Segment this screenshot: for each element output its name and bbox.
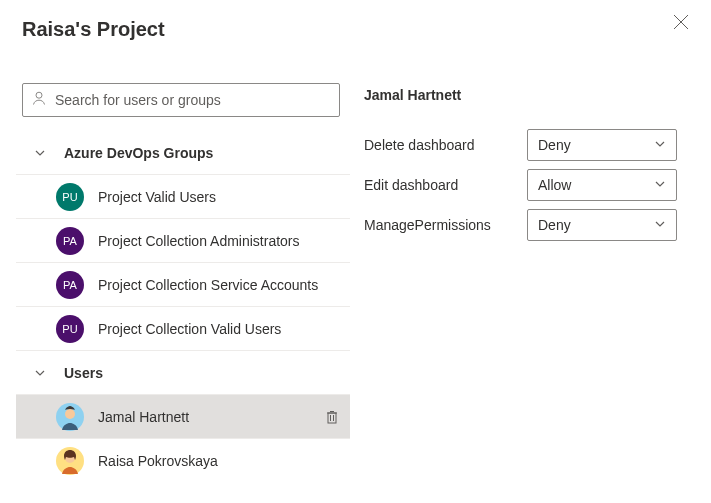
permission-label: Edit dashboard [364, 177, 527, 193]
person-icon [31, 90, 47, 110]
permission-select[interactable]: Deny [527, 209, 677, 241]
user-row[interactable]: Jamal Hartnett [16, 395, 350, 439]
group-avatar: PA [56, 227, 84, 255]
svg-rect-5 [328, 413, 336, 423]
permission-label: ManagePermissions [364, 217, 527, 233]
user-avatar [56, 403, 84, 431]
group-avatar: PA [56, 271, 84, 299]
user-avatar [56, 447, 84, 475]
permission-row: Delete dashboard Deny [364, 125, 677, 165]
permission-select[interactable]: Allow [527, 169, 677, 201]
group-name: Project Valid Users [98, 189, 340, 205]
left-panel: Azure DevOps Groups PU Project Valid Use… [0, 83, 350, 483]
svg-point-2 [36, 92, 42, 98]
right-panel: Jamal Hartnett Delete dashboard Deny Edi… [350, 83, 711, 483]
delete-icon[interactable] [324, 409, 340, 425]
selected-user-name: Jamal Hartnett [364, 83, 677, 103]
group-row[interactable]: PA Project Collection Administrators [16, 219, 350, 263]
group-name: Project Collection Service Accounts [98, 277, 340, 293]
group-name: Project Collection Valid Users [98, 321, 340, 337]
permission-row: Edit dashboard Allow [364, 165, 677, 205]
svg-point-4 [65, 409, 75, 419]
permission-label: Delete dashboard [364, 137, 527, 153]
chevron-down-icon [654, 177, 666, 193]
group-row[interactable]: PU Project Collection Valid Users [16, 307, 350, 351]
section-label: Users [64, 365, 103, 381]
group-name: Project Collection Administrators [98, 233, 340, 249]
chevron-down-icon [34, 367, 46, 379]
chevron-down-icon [654, 217, 666, 233]
section-header-groups[interactable]: Azure DevOps Groups [16, 131, 350, 175]
close-button[interactable] [673, 14, 693, 34]
permission-select[interactable]: Deny [527, 129, 677, 161]
user-name: Jamal Hartnett [98, 409, 324, 425]
chevron-down-icon [34, 147, 46, 159]
page-title: Raisa's Project [0, 0, 711, 41]
group-row[interactable]: PU Project Valid Users [16, 175, 350, 219]
user-row[interactable]: Raisa Pokrovskaya [16, 439, 350, 483]
group-avatar: PU [56, 315, 84, 343]
permission-value: Allow [538, 177, 571, 193]
section-header-users[interactable]: Users [16, 351, 350, 395]
search-input-wrapper[interactable] [22, 83, 340, 117]
section-label: Azure DevOps Groups [64, 145, 213, 161]
chevron-down-icon [654, 137, 666, 153]
permission-value: Deny [538, 137, 571, 153]
user-name: Raisa Pokrovskaya [98, 453, 340, 469]
permission-value: Deny [538, 217, 571, 233]
search-input[interactable] [55, 92, 331, 108]
group-row[interactable]: PA Project Collection Service Accounts [16, 263, 350, 307]
permission-row: ManagePermissions Deny [364, 205, 677, 245]
group-avatar: PU [56, 183, 84, 211]
